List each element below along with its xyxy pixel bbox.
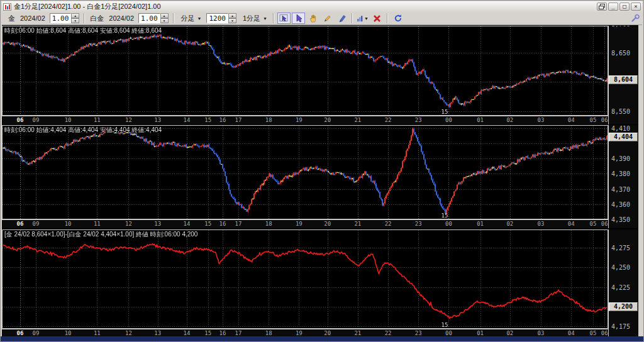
x-axis-label: 21 bbox=[354, 221, 361, 227]
gold-ratio-spin-up[interactable]: ▲ bbox=[71, 13, 79, 18]
x-axis-label: 22 bbox=[385, 117, 392, 123]
x-axis-label: 00 bbox=[445, 221, 452, 227]
settings-button[interactable] bbox=[628, 13, 641, 24]
x-axis-label: 20 bbox=[324, 117, 331, 123]
x-axis-label: 20 bbox=[324, 330, 331, 336]
y-axis-label: 4,275 bbox=[611, 245, 630, 251]
interval-select[interactable]: 1分足 ▼ bbox=[240, 13, 269, 23]
x-axis-label: 13 bbox=[154, 117, 161, 123]
x-axis-label: 18 bbox=[265, 221, 272, 227]
x-axis-label: 15 bbox=[204, 330, 211, 336]
x-axis-label: 16 bbox=[219, 117, 226, 123]
x-axis-label: 14 bbox=[184, 117, 191, 123]
y-axis-label: 4,175 bbox=[611, 323, 630, 330]
platinum-time-axis: 0609101112131415161718192021222300010203… bbox=[2, 219, 608, 228]
bar-count-value[interactable]: 1200 bbox=[206, 13, 228, 23]
bar-count-spin-up[interactable]: ▲ bbox=[228, 13, 236, 18]
x-axis-label: 18 bbox=[265, 117, 272, 123]
delete-button[interactable] bbox=[370, 13, 384, 24]
x-axis-label: 23 bbox=[415, 330, 422, 336]
close-button[interactable]: × bbox=[631, 3, 641, 11]
platinum-symbol-label: 白金 bbox=[90, 14, 104, 23]
y-axis-label: 4,390 bbox=[611, 155, 630, 162]
chevron-down-icon: ▼ bbox=[263, 16, 267, 21]
y-axis-label: 8,550 bbox=[611, 108, 630, 115]
gold-price-axis: 8,604 8,7008,6508,550 bbox=[608, 26, 638, 124]
x-axis-label: 06 bbox=[601, 330, 608, 336]
x-axis-label: 19 bbox=[296, 221, 303, 227]
x-axis-label: 16 bbox=[219, 221, 226, 227]
x-axis-label: 17 bbox=[235, 330, 242, 336]
x-axis-label: 02 bbox=[506, 117, 513, 123]
x-axis-label: 21 bbox=[354, 117, 361, 123]
toolbar-separator bbox=[273, 13, 274, 23]
platinum-chart-panel: 時刻:06:00 始値:4,404 高値:4,404 安値:4,404 終値:4… bbox=[2, 125, 638, 228]
refresh-button[interactable] bbox=[391, 13, 404, 24]
maximize-button[interactable]: □ bbox=[619, 3, 630, 11]
x-axis-label: 04 bbox=[568, 117, 575, 123]
hand-icon bbox=[309, 14, 318, 23]
cascade-button[interactable] bbox=[597, 3, 607, 11]
x-axis-label: 19 bbox=[296, 117, 303, 123]
current-price-box: 8,604 bbox=[609, 75, 638, 84]
x-axis-label: 00 bbox=[445, 330, 452, 336]
platinum-ratio-value[interactable]: 1.00 bbox=[138, 13, 160, 23]
x-axis-label: 04 bbox=[568, 330, 575, 336]
x-axis-label: 01 bbox=[477, 330, 484, 336]
select-cursor-button[interactable] bbox=[292, 13, 305, 24]
y-axis-label: 4,360 bbox=[611, 201, 630, 208]
spread-price-axis: 4,200 4,2754,2504,2254,175 bbox=[608, 229, 638, 338]
period-type-select[interactable]: 分足 ▼ bbox=[179, 13, 203, 23]
x-axis-label: 05 bbox=[589, 221, 596, 227]
x-axis-label: 21 bbox=[354, 330, 361, 336]
delete-x-icon bbox=[373, 14, 381, 23]
chevron-down-icon: ▼ bbox=[364, 16, 369, 21]
x-axis-label: 00 bbox=[445, 117, 452, 123]
platinum-chart-canvas[interactable] bbox=[2, 125, 608, 219]
gold-ratio-spin-down[interactable]: ▼ bbox=[71, 18, 79, 23]
x-axis-label: 05 bbox=[589, 117, 596, 123]
bar-count-spinner[interactable]: 1200 ▲▼ bbox=[206, 13, 236, 23]
x-axis-label: 12 bbox=[125, 330, 132, 336]
chevron-down-icon: ▼ bbox=[197, 16, 202, 21]
draw-pencil-button[interactable] bbox=[321, 13, 334, 24]
x-axis-label: 12 bbox=[125, 221, 132, 227]
period-type-value: 分足 bbox=[181, 14, 195, 23]
platinum-ratio-spin-up[interactable]: ▲ bbox=[160, 13, 169, 18]
minimize-button[interactable]: _ bbox=[608, 3, 618, 11]
spread-chart-canvas[interactable] bbox=[2, 229, 608, 329]
chart-type-button[interactable]: ▼ bbox=[356, 13, 369, 24]
title-bar[interactable]: 金1分足[2024/02]1.00 - 白金1分足[2024/02]1.00 _… bbox=[2, 1, 642, 12]
gold-ratio-value[interactable]: 1.00 bbox=[50, 13, 72, 23]
gold-month-label: 2024/02 bbox=[20, 14, 45, 22]
platinum-ratio-spin-down[interactable]: ▼ bbox=[160, 18, 169, 23]
x-axis-label: 23 bbox=[415, 117, 422, 123]
x-axis-label: 17 bbox=[235, 117, 242, 123]
x-axis-label: 09 bbox=[33, 117, 40, 123]
chart-cursor-button[interactable] bbox=[277, 13, 291, 24]
bar-chart-icon bbox=[357, 14, 364, 23]
gold-chart-canvas[interactable] bbox=[2, 26, 608, 116]
gold-chart-panel: 時刻:06:00 始値:8,604 高値:8,604 安値:8,604 終値:8… bbox=[2, 26, 638, 124]
toolbar-separator bbox=[352, 13, 353, 23]
platinum-ratio-spinner[interactable]: 1.00 ▲▼ bbox=[138, 13, 169, 23]
x-axis-label: 11 bbox=[94, 221, 101, 227]
gold-ratio-spinner[interactable]: 1.00 ▲▼ bbox=[50, 13, 80, 23]
y-axis-label: 8,650 bbox=[611, 50, 630, 57]
pan-hand-button[interactable] bbox=[306, 13, 319, 24]
x-axis-label: 10 bbox=[65, 330, 72, 336]
x-axis-label: 15 bbox=[204, 117, 211, 123]
x-axis-label: 13 bbox=[154, 221, 161, 227]
x-axis-label: 19 bbox=[296, 330, 303, 336]
toolbar-separator bbox=[84, 13, 85, 23]
bar-count-spin-down[interactable]: ▼ bbox=[228, 18, 236, 23]
chart-area: 時刻:06:00 始値:8,604 高値:8,604 安値:8,604 終値:8… bbox=[2, 25, 638, 338]
x-axis-label: 03 bbox=[538, 330, 545, 336]
spread-chart-panel: [金 24/02 8,604×1.00]-[白金 24/02 4,404×1.0… bbox=[2, 229, 638, 338]
x-axis-label: 22 bbox=[385, 330, 392, 336]
y-axis-label: 4,410 bbox=[611, 125, 630, 132]
x-axis-label: 20 bbox=[324, 221, 331, 227]
candlestick-chart-icon bbox=[3, 3, 11, 11]
x-axis-label: 15 bbox=[204, 221, 211, 227]
draw-pen-button[interactable] bbox=[335, 13, 348, 24]
